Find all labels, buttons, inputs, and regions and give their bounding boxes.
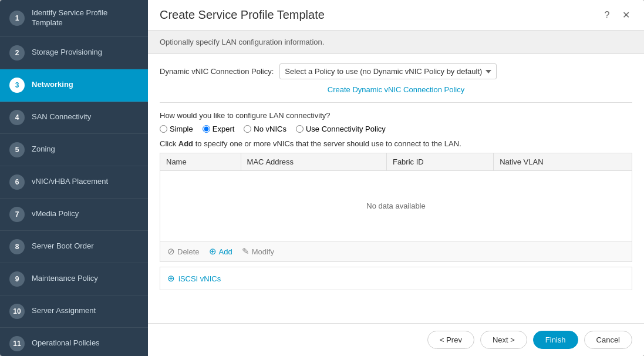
add-instruction-bold: Add bbox=[178, 139, 193, 148]
content-area: Optionally specify LAN configuration inf… bbox=[148, 31, 644, 323]
step-circle-4: 4 bbox=[9, 110, 25, 125]
step-circle-6: 6 bbox=[9, 174, 25, 190]
iscsi-expand-icon: ⊕ bbox=[167, 273, 175, 284]
step-circle-1: 1 bbox=[9, 11, 25, 26]
sidebar-label-9: Maintenance Policy bbox=[32, 274, 98, 284]
add-instruction-prefix: Click bbox=[160, 139, 178, 148]
footer: < Prev Next > Finish Cancel bbox=[148, 323, 644, 356]
radio-simple-label: Simple bbox=[170, 125, 193, 133]
col-name: Name bbox=[160, 153, 241, 171]
modify-label: Modify bbox=[252, 247, 274, 256]
radio-no-vnics-input[interactable] bbox=[244, 125, 251, 133]
table-empty-row: No data available bbox=[160, 171, 632, 241]
step-circle-9: 9 bbox=[9, 271, 25, 287]
sidebar-item-7[interactable]: 7vMedia Policy bbox=[0, 199, 148, 231]
step-circle-5: 5 bbox=[9, 142, 25, 157]
radio-simple-input[interactable] bbox=[160, 125, 167, 133]
policy-row: Dynamic vNIC Connection Policy: Select a… bbox=[160, 63, 632, 79]
create-dynamic-vnic-link[interactable]: Create Dynamic vNIC Connection Policy bbox=[160, 85, 632, 94]
lan-question: How would you like to configure LAN conn… bbox=[160, 111, 632, 120]
col-fabric: Fabric ID bbox=[386, 153, 493, 171]
info-bar-text: Optionally specify LAN configuration inf… bbox=[160, 38, 324, 46]
table-toolbar: ⊘ Delete ⊕ Add ✎ Modify bbox=[160, 241, 632, 262]
add-button[interactable]: ⊕ Add bbox=[209, 246, 232, 257]
modal-title: Create Service Profile Template bbox=[160, 8, 325, 22]
modify-icon: ✎ bbox=[242, 246, 249, 257]
sidebar-label-2: Storage Provisioning bbox=[32, 48, 102, 58]
iscsi-vnics-label: iSCSI vNICs bbox=[178, 274, 221, 283]
sidebar-item-10[interactable]: 10Server Assignment bbox=[0, 295, 148, 328]
sidebar-label-11: Operational Policies bbox=[32, 338, 100, 348]
step-circle-3: 3 bbox=[9, 78, 25, 93]
add-instruction: Click Add to specify one or more vNICs t… bbox=[160, 139, 632, 148]
step-circle-2: 2 bbox=[9, 45, 25, 61]
vnics-table: Name MAC Address Fabric ID Native VLAN N… bbox=[160, 153, 632, 241]
sidebar-item-6[interactable]: 6vNIC/vHBA Placement bbox=[0, 166, 148, 199]
help-button[interactable]: ? bbox=[601, 9, 613, 22]
step-circle-7: 7 bbox=[9, 207, 25, 222]
sidebar-item-9[interactable]: 9Maintenance Policy bbox=[0, 263, 148, 295]
finish-button[interactable]: Finish bbox=[533, 331, 578, 349]
step-circle-11: 11 bbox=[9, 336, 25, 351]
sidebar-item-4[interactable]: 4SAN Connectivity bbox=[0, 102, 148, 134]
step-circle-10: 10 bbox=[9, 304, 25, 319]
form-section: Dynamic vNIC Connection Policy: Select a… bbox=[148, 54, 644, 300]
divider bbox=[160, 102, 632, 103]
sidebar: 1Identify Service Profile Template2Stora… bbox=[0, 0, 148, 356]
sidebar-item-1[interactable]: 1Identify Service Profile Template bbox=[0, 0, 148, 37]
radio-expert-input[interactable] bbox=[203, 125, 210, 133]
sidebar-label-6: vNIC/vHBA Placement bbox=[32, 177, 108, 187]
dynamic-vnic-label: Dynamic vNIC Connection Policy: bbox=[160, 67, 274, 76]
modify-button[interactable]: ✎ Modify bbox=[242, 246, 274, 257]
radio-connectivity-policy[interactable]: Use Connectivity Policy bbox=[296, 125, 386, 133]
delete-button[interactable]: ⊘ Delete bbox=[167, 246, 200, 257]
sidebar-label-10: Server Assignment bbox=[32, 306, 96, 316]
sidebar-label-1: Identify Service Profile Template bbox=[32, 8, 139, 28]
col-vlan: Native VLAN bbox=[494, 153, 632, 171]
delete-label: Delete bbox=[177, 247, 200, 256]
add-label: Add bbox=[219, 247, 232, 256]
col-mac: MAC Address bbox=[241, 153, 386, 171]
sidebar-item-2[interactable]: 2Storage Provisioning bbox=[0, 37, 148, 69]
sidebar-item-5[interactable]: 5Zoning bbox=[0, 134, 148, 166]
info-bar: Optionally specify LAN configuration inf… bbox=[148, 31, 644, 54]
sidebar-label-4: SAN Connectivity bbox=[32, 112, 91, 122]
modal-header: Create Service Profile Template ? ✕ bbox=[148, 0, 644, 31]
prev-button[interactable]: < Prev bbox=[427, 331, 474, 349]
delete-icon: ⊘ bbox=[167, 246, 175, 257]
sidebar-label-5: Zoning bbox=[32, 145, 55, 155]
sidebar-label-8: Server Boot Order bbox=[32, 241, 94, 251]
cancel-button[interactable]: Cancel bbox=[584, 331, 632, 349]
sidebar-item-11[interactable]: 11Operational Policies bbox=[0, 328, 148, 356]
radio-no-vnics[interactable]: No vNICs bbox=[244, 125, 286, 133]
step-circle-8: 8 bbox=[9, 239, 25, 254]
radio-simple[interactable]: Simple bbox=[160, 125, 193, 133]
radio-no-vnics-label: No vNICs bbox=[254, 125, 286, 133]
radio-connectivity-label: Use Connectivity Policy bbox=[306, 125, 386, 133]
sidebar-item-3[interactable]: 3Networking bbox=[0, 69, 148, 102]
main-content: Create Service Profile Template ? ✕ Opti… bbox=[148, 0, 644, 356]
add-icon: ⊕ bbox=[209, 246, 217, 257]
radio-connectivity-input[interactable] bbox=[296, 125, 304, 133]
radio-expert-label: Expert bbox=[213, 125, 235, 133]
radio-group: Simple Expert No vNICs Use Connectivity … bbox=[160, 125, 632, 133]
radio-expert[interactable]: Expert bbox=[203, 125, 235, 133]
add-instruction-suffix: to specify one or more vNICs that the se… bbox=[193, 139, 461, 148]
close-button[interactable]: ✕ bbox=[619, 9, 632, 22]
table-empty-cell: No data available bbox=[160, 171, 632, 241]
iscsi-vnics-row[interactable]: ⊕ iSCSI vNICs bbox=[160, 267, 632, 290]
next-button[interactable]: Next > bbox=[480, 331, 527, 349]
header-icons: ? ✕ bbox=[601, 9, 632, 22]
sidebar-label-7: vMedia Policy bbox=[32, 209, 79, 219]
sidebar-item-8[interactable]: 8Server Boot Order bbox=[0, 231, 148, 263]
sidebar-label-3: Networking bbox=[32, 80, 73, 90]
dynamic-vnic-select[interactable]: Select a Policy to use (no Dynamic vNIC … bbox=[279, 63, 497, 79]
